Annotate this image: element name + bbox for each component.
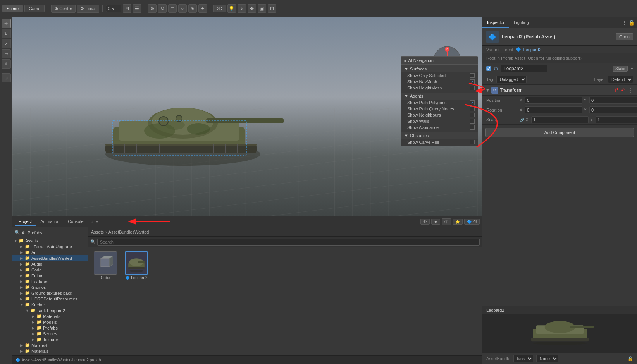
tab-console[interactable]: Console	[64, 218, 87, 226]
transform-expand-arrow[interactable]: ▼	[485, 88, 490, 93]
grid-icon[interactable]: ⊞	[123, 4, 131, 13]
gizmo-icon[interactable]: ⊡	[268, 4, 276, 13]
layer-select[interactable]: Default	[608, 76, 633, 83]
breadcrumb-assets[interactable]: Assets	[91, 230, 104, 234]
tree-features[interactable]: ▶ 📁 Features	[12, 278, 88, 284]
inspector-menu-btn[interactable]: ⋮	[622, 20, 627, 26]
rect-tool[interactable]: ▭	[2, 49, 11, 58]
tree-code[interactable]: ▶ 📁 Code	[12, 267, 88, 273]
tree-audio[interactable]: ▶ 📁 Audio	[12, 261, 88, 267]
box-icon[interactable]: ◻	[168, 4, 177, 13]
pos-x-input[interactable]	[525, 97, 582, 104]
tree-prefabs[interactable]: ▶ 📁 Prefabs	[12, 325, 88, 331]
scene-view-icon[interactable]: ▣	[258, 4, 266, 13]
tab-project[interactable]: Project	[15, 218, 36, 226]
scene-viewport[interactable]: Y Z X ◁ Persp ≡ AI Navigation ▼ Surfaces	[12, 17, 482, 216]
center-btn[interactable]: ⊕ Center	[51, 5, 76, 13]
tab-arrow[interactable]: ▾	[95, 220, 100, 224]
surfaces-header[interactable]: ▼ Surfaces	[401, 65, 478, 72]
show-navmesh-cb[interactable]: ✓	[470, 79, 475, 84]
show-neighbours-cb[interactable]: ✓	[470, 113, 475, 117]
tab-inspector[interactable]: Inspector	[482, 17, 509, 28]
tree-gizmos[interactable]: ▶ 📁 Gizmos	[12, 284, 88, 290]
add-component-button[interactable]: Add Component	[485, 128, 634, 137]
tree-textures[interactable]: ▶ 📁 Textures	[12, 337, 88, 342]
show-carve-hull-item[interactable]: Show Carve Hull ✓	[401, 139, 478, 145]
static-badge[interactable]: Static	[613, 66, 628, 72]
star-btn[interactable]: ⭐	[453, 219, 463, 225]
project-search-input[interactable]	[97, 239, 480, 246]
transform-tool[interactable]: ✥	[2, 59, 11, 69]
tree-models[interactable]: ▶ 📁 Models	[12, 319, 88, 325]
sun-icon[interactable]: ☀	[188, 4, 197, 13]
fx-icon[interactable]: ✦	[198, 4, 207, 13]
tree-tank[interactable]: ▼ 📁 Tank Leopard2	[12, 307, 88, 313]
show-avoidance-item[interactable]: Show Avoidance ✓	[401, 124, 478, 130]
move-tool[interactable]: ✛	[2, 19, 11, 28]
show-only-selected-item[interactable]: Show Only Selected ✓	[401, 72, 478, 79]
revert-icon[interactable]: ↶	[621, 87, 625, 93]
show-heightmesh-item[interactable]: Show HeightMesh ✓	[401, 85, 478, 91]
breadcrumb-folder[interactable]: AssetBundlesWanted	[108, 230, 149, 234]
obstacles-header[interactable]: ▼ Obstacles	[401, 132, 478, 139]
tree-scenes[interactable]: ▶ 📁 Scenes	[12, 331, 88, 337]
show-navmesh-item[interactable]: Show NavMesh ✓	[401, 79, 478, 85]
tree-maptest[interactable]: ▶ 📁 MapTest	[12, 342, 88, 348]
show-path-query-nodes-item[interactable]: Show Path Query Nodes ✓	[401, 106, 478, 112]
open-button[interactable]: Open	[616, 33, 633, 40]
scale-input[interactable]	[106, 5, 121, 12]
tree-materials[interactable]: ▶ 📁 Materials	[12, 313, 88, 319]
info-btn[interactable]: ⓘ	[442, 218, 451, 225]
tree-assets[interactable]: ▼ 📁 Assets	[12, 238, 88, 244]
pos-y-input[interactable]	[589, 97, 637, 104]
game-tab[interactable]: Game	[24, 5, 45, 12]
scale-y-input[interactable]	[596, 116, 637, 123]
global-icon[interactable]: ⊕	[148, 4, 157, 13]
add-tab-btn[interactable]: +	[91, 219, 94, 225]
tab-lighting[interactable]: Lighting	[509, 17, 534, 28]
component-name-input[interactable]	[501, 65, 547, 72]
layout-icon[interactable]: ☰	[133, 4, 141, 13]
eye-btn[interactable]: 👁	[420, 219, 430, 225]
component-active-checkbox[interactable]	[486, 66, 491, 71]
variant-value[interactable]: Leopard2	[523, 47, 542, 52]
show-carve-hull-cb[interactable]: ✓	[470, 140, 475, 144]
fx2-icon[interactable]: ✤	[248, 4, 256, 13]
static-arrow[interactable]: ▾	[631, 66, 633, 71]
ab-variant-select[interactable]: None	[536, 355, 558, 362]
show-only-selected-cb[interactable]: ✓	[470, 73, 475, 78]
show-path-query-nodes-cb[interactable]: ✓	[470, 106, 475, 111]
bookmark-btn[interactable]: ★	[431, 219, 440, 225]
tree-materials2[interactable]: ▶ 📁 Materials	[12, 348, 88, 354]
scale-tool[interactable]: ⤢	[2, 39, 11, 48]
custom-tool[interactable]: ⊙	[2, 73, 11, 82]
asset-leopard2[interactable]: 🔷 Leopard2	[123, 251, 150, 280]
show-path-polygons-item[interactable]: Show Path Polygons ✓	[401, 100, 478, 106]
rotate-icon[interactable]: ↻	[158, 4, 167, 13]
ab-select[interactable]: tank	[513, 355, 533, 362]
inspector-lock-btn[interactable]: 🔓	[628, 20, 635, 26]
search-all-prefabs[interactable]: 🔍 All Prefabs	[12, 229, 88, 236]
2d-btn[interactable]: 2D	[213, 5, 226, 12]
tree-assetbundles[interactable]: ▶ 📁 AssetBundlesWanted	[12, 255, 88, 261]
show-walls-cb[interactable]: ✓	[470, 119, 475, 124]
agents-header[interactable]: ▼ Agents	[401, 93, 478, 100]
tree-editor[interactable]: ▶ 📁 Editor	[12, 273, 88, 278]
show-heightmesh-cb[interactable]: ✓	[470, 86, 475, 90]
ab-lock-icon[interactable]: 🔓	[628, 356, 633, 361]
transform-more-btn[interactable]: ⋮	[627, 88, 634, 93]
scene-tab[interactable]: Scene	[2, 5, 23, 12]
circle-icon[interactable]: ○	[178, 4, 187, 13]
show-path-polygons-cb[interactable]: ✓	[470, 100, 475, 105]
rot-x-input[interactable]	[525, 106, 582, 113]
tree-kucher[interactable]: ▼ 📁 Kucher	[12, 302, 88, 307]
tree-ground[interactable]: ▶ 📁 Ground textures pack	[12, 290, 88, 296]
tree-hdrp[interactable]: ▶ 📁 HDRPDefaultResources	[12, 296, 88, 302]
tree-terraingautoupgrade[interactable]: ▶ 📁 _TerrainAutoUpgrade	[12, 244, 88, 249]
light-icon[interactable]: 💡	[227, 4, 236, 13]
show-neighbours-item[interactable]: Show Neighbours ✓	[401, 112, 478, 118]
scale-x-input[interactable]	[531, 116, 589, 123]
rot-y-input[interactable]	[589, 106, 637, 113]
tree-art[interactable]: ▶ 📁 Art	[12, 249, 88, 255]
show-walls-item[interactable]: Show Walls ✓	[401, 118, 478, 124]
